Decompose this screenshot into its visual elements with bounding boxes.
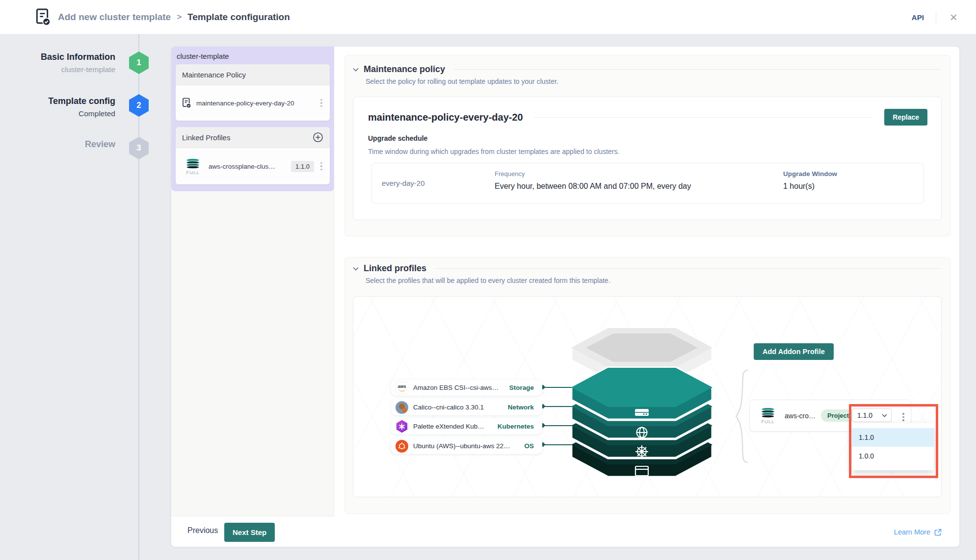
- top-header-bar: Add new cluster template > Template conf…: [0, 0, 976, 34]
- ubuntu-icon: [396, 440, 408, 453]
- linked-profiles-section: Linked profiles Select the profiles that…: [344, 257, 950, 514]
- step-2-badge[interactable]: 2: [129, 94, 149, 117]
- breadcrumb-parent[interactable]: Add new cluster template: [58, 12, 171, 23]
- section-title: Linked profiles: [364, 263, 426, 274]
- linked-profiles-canvas: aws Amazon EBS CSI--csi-aws… Storage Cal…: [353, 296, 942, 497]
- network-connector-line: [542, 406, 572, 407]
- profile-stack-icon: FULL: [757, 407, 779, 424]
- section-subtitle: Select the policy for rolling out templa…: [366, 77, 950, 85]
- profile-type-label: FULL: [186, 170, 199, 175]
- version-select[interactable]: 1.1.0: [852, 408, 892, 422]
- project-scope-badge: Project: [821, 409, 855, 422]
- schedule-row: every-day-20 Frequency Every hour, betwe…: [371, 163, 924, 204]
- step-review[interactable]: Review: [20, 139, 115, 150]
- page-title: Template configuration: [187, 12, 290, 23]
- layer-pill-storage[interactable]: aws Amazon EBS CSI--csi-aws… Storage: [391, 380, 542, 396]
- storage-layer-slab: [571, 368, 712, 420]
- add-addon-profile-button[interactable]: Add Addon Profile: [754, 343, 834, 360]
- collapse-chevron-icon[interactable]: [353, 68, 359, 72]
- cluster-template-tree: cluster-template Maintenance Policy: [171, 47, 334, 191]
- profile-name: aws-cro…: [785, 412, 816, 420]
- maintenance-policy-card: maintenance-policy-every-day-20 Replace …: [353, 97, 942, 220]
- calico-icon: [396, 401, 408, 414]
- version-option-1-1-0[interactable]: 1.1.0: [852, 428, 934, 447]
- learn-more-link[interactable]: Learn More: [894, 528, 942, 536]
- maintenance-policy-tree-item[interactable]: maintenance-policy-every-day-20: [176, 85, 330, 121]
- external-link-icon: [934, 529, 942, 536]
- step-subtitle: cluster-template: [20, 65, 115, 74]
- maintenance-policy-section: Maintenance policy Select the policy for…: [344, 55, 950, 236]
- collapse-chevron-icon[interactable]: [353, 267, 359, 271]
- layer-category: OS: [524, 442, 534, 450]
- upgrade-window-block: Upgrade Window 1 hour(s): [783, 170, 837, 191]
- template-tree-column: cluster-template Maintenance Policy: [171, 47, 334, 516]
- step-3-badge[interactable]: 3: [129, 137, 149, 159]
- schedule-name: every-day-20: [382, 179, 425, 187]
- step-template-config[interactable]: Template config Completed: [20, 96, 115, 118]
- breadcrumb: Add new cluster template > Template conf…: [58, 0, 290, 34]
- upgrade-window-label: Upgrade Window: [783, 170, 837, 178]
- linked-profile-tree-item[interactable]: FULL aws-crossplane-clus… 1.1.0: [176, 148, 330, 184]
- linked-profiles-tree-header: Linked Profiles: [176, 127, 330, 148]
- template-configuration-panel: cluster-template Maintenance Policy: [171, 47, 959, 547]
- profile-type-label: FULL: [761, 419, 774, 424]
- close-icon[interactable]: ×: [948, 11, 959, 24]
- palette-icon: [396, 420, 408, 433]
- step-3-number: 3: [136, 143, 141, 153]
- tree-profile-version-badge: 1.1.0: [291, 161, 314, 172]
- layer-pill-kubernetes[interactable]: Palette eXtended Kub… Kubernetes: [391, 418, 542, 434]
- cluster-template-doc-icon: [35, 8, 51, 26]
- step-title: Basic Information: [20, 52, 115, 62]
- frequency-label: Frequency: [495, 170, 691, 178]
- tree-policy-name: maintenance-policy-every-day-20: [196, 100, 318, 107]
- step-2-number: 2: [136, 101, 141, 110]
- replace-button[interactable]: Replace: [884, 109, 927, 126]
- step-1-number: 1: [136, 58, 141, 68]
- section-rule: [435, 268, 941, 269]
- next-step-button[interactable]: Next Step: [224, 523, 275, 542]
- profile-stack-icon: FULL: [182, 158, 204, 175]
- selected-version: 1.1.0: [857, 411, 872, 419]
- policy-name: maintenance-policy-every-day-20: [368, 112, 523, 123]
- cluster-stack-graphic: [560, 305, 723, 497]
- step-1-badge[interactable]: 1: [129, 51, 149, 74]
- policy-doc-icon: [182, 98, 191, 108]
- section-subtitle: Select the profiles that will be applied…: [366, 277, 950, 284]
- profile-card-kebab-menu-icon[interactable]: [900, 411, 907, 423]
- learn-more-label: Learn More: [894, 528, 930, 536]
- upgrade-schedule-heading: Upgrade schedule: [368, 134, 941, 142]
- layer-name: Palette eXtended Kub…: [413, 423, 484, 430]
- tree-card-header-label: Linked Profiles: [182, 133, 230, 142]
- version-dropdown-menu: 1.1.0 1.0.0: [852, 423, 934, 470]
- layer-pill-os[interactable]: Ubuntu (AWS)--ubuntu-aws 22… OS: [391, 438, 542, 454]
- breadcrumb-separator: >: [177, 12, 182, 22]
- linked-profiles-tree-card: Linked Profiles: [176, 127, 330, 184]
- header-divider: [936, 11, 936, 24]
- profile-kebab-menu-icon[interactable]: [318, 160, 325, 173]
- policy-title-rule: [534, 117, 874, 118]
- section-rule: [454, 69, 941, 70]
- step-title: Template config: [20, 96, 115, 106]
- policy-kebab-menu-icon[interactable]: [318, 97, 325, 109]
- previous-button[interactable]: Previous: [187, 526, 218, 535]
- layer-pill-network[interactable]: Calico--cni-calico 3.30.1 Network: [391, 399, 542, 415]
- tree-title: cluster-template: [177, 52, 229, 60]
- version-option-1-0-0[interactable]: 1.0.0: [852, 447, 934, 465]
- frequency-value: Every hour, between 08:00 AM and 07:00 P…: [495, 182, 691, 191]
- add-profile-plus-icon[interactable]: [313, 132, 323, 143]
- layer-category: Kubernetes: [498, 423, 534, 430]
- step-subtitle: Completed: [20, 109, 115, 118]
- os-connector-line: [542, 444, 572, 445]
- kubernetes-connector-line: [542, 425, 572, 426]
- maintenance-policy-tree-header: Maintenance Policy: [176, 64, 330, 85]
- tree-card-header-label: Maintenance Policy: [182, 71, 246, 79]
- step-basic-information[interactable]: Basic Information cluster-template: [20, 52, 115, 74]
- layer-name: Ubuntu (AWS)--ubuntu-aws 22…: [413, 442, 510, 450]
- storage-server-icon: [635, 409, 649, 416]
- storage-connector-line: [542, 387, 572, 388]
- upgrade-schedule-description: Time window during which upgrades from c…: [368, 148, 941, 155]
- layer-name: Amazon EBS CSI--csi-aws…: [413, 384, 499, 391]
- section-title: Maintenance policy: [364, 64, 445, 75]
- api-link[interactable]: API: [912, 13, 924, 22]
- frequency-block: Frequency Every hour, between 08:00 AM a…: [495, 170, 691, 191]
